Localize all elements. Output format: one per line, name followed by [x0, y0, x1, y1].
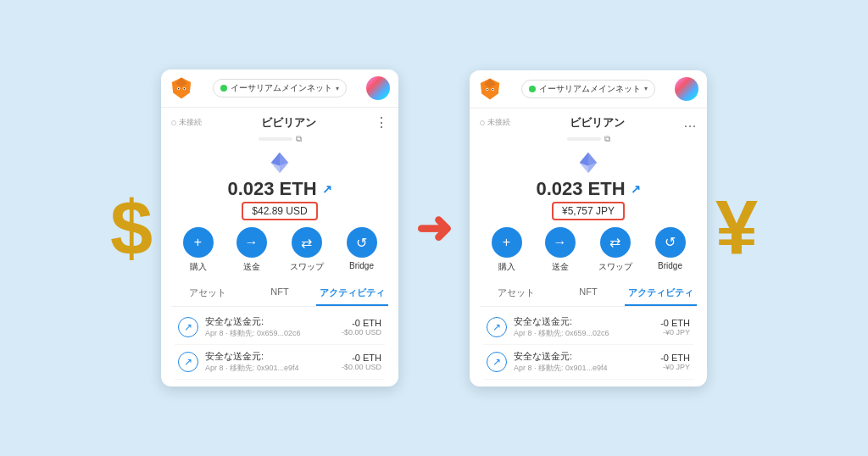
- tx-item: ↗ 安全な送金元: Apr 8 · 移動先: 0x901...e9f4 -0 E…: [175, 345, 385, 380]
- tab-assets[interactable]: アセット: [171, 281, 243, 306]
- tx-arrow-icon: ↗: [178, 352, 198, 372]
- tx-amounts: -0 ETH -$0.00 USD: [342, 353, 381, 371]
- tx-fiat-right-1: -¥0 JPY: [660, 363, 690, 371]
- buy-label: 購入: [190, 261, 207, 273]
- tx-info-right-1: 安全な送金元: Apr 8 · 移動先: 0x901...e9f4: [514, 350, 654, 374]
- buy-button-right[interactable]: + 購入: [492, 227, 522, 273]
- swap-icon: ⇄: [292, 227, 322, 258]
- tx-amounts: -0 ETH -$0.00 USD: [342, 318, 381, 336]
- arrow-container: ➜: [415, 203, 453, 253]
- address-text-right: [567, 137, 601, 141]
- account-left-right: 未接続: [480, 117, 510, 128]
- tx-item-right-1: ↗ 安全な送金元: Apr 8 · 移動先: 0x901...e9f4 -0 E…: [483, 345, 693, 380]
- tab-nft[interactable]: NFT: [243, 281, 315, 306]
- tab-activity[interactable]: アクティビティ: [316, 281, 388, 306]
- chart-icon[interactable]: ↗: [322, 182, 332, 196]
- tx-fiat: -$0.00 USD: [342, 363, 381, 371]
- tx-item-right-0: ↗ 安全な送金元: Apr 8 · 移動先: 0x659...02c6 -0 E…: [483, 310, 693, 345]
- account-name: ビビリアン: [261, 115, 316, 131]
- tab-nft-right[interactable]: NFT: [552, 281, 624, 306]
- bridge-label: Bridge: [349, 261, 374, 270]
- chart-icon-right[interactable]: ↗: [631, 182, 641, 196]
- tx-eth-right: -0 ETH: [660, 318, 690, 328]
- avatar-right: [675, 77, 698, 101]
- left-wallet-header: イーサリアムメインネット ▾: [161, 70, 398, 108]
- tx-arrow-icon-right: ↗: [487, 317, 507, 337]
- swap-label-right: スワップ: [598, 261, 632, 273]
- address-text: [259, 137, 292, 141]
- balance-fiat: $42.89 USD: [242, 202, 317, 220]
- tx-subtitle: Apr 8 · 移動先: 0x659...02c6: [205, 328, 335, 339]
- more-options-icon-right[interactable]: …: [683, 115, 697, 131]
- tx-info: 安全な送金元: Apr 8 · 移動先: 0x659...02c6: [205, 315, 335, 339]
- right-wallet-body: 未接続 ビビリアン … ⧉ 0.023 ETH: [470, 108, 707, 386]
- swap-button-right[interactable]: ⇄ スワップ: [598, 227, 632, 273]
- tx-fiat: -$0.00 USD: [342, 328, 381, 336]
- buy-button[interactable]: + 購入: [183, 227, 214, 273]
- tab-assets-right[interactable]: アセット: [480, 281, 552, 306]
- account-row-right: 未接続 ビビリアン …: [480, 115, 697, 131]
- network-badge-right[interactable]: イーサリアムメインネット ▾: [521, 80, 655, 98]
- main-scene: $ イーサリアムメインネット ▾: [0, 0, 868, 456]
- tx-title: 安全な送金元:: [205, 350, 335, 363]
- more-options-icon[interactable]: ⋮: [375, 114, 388, 131]
- tx-info-right: 安全な送金元: Apr 8 · 移動先: 0x659...02c6: [514, 315, 654, 339]
- balance-fiat-wrap: $42.89 USD: [171, 202, 388, 220]
- tab-activity-right[interactable]: アクティビティ: [625, 281, 697, 306]
- copy-icon[interactable]: ⧉: [296, 134, 302, 144]
- tx-subtitle-right: Apr 8 · 移動先: 0x659...02c6: [514, 328, 654, 339]
- tx-subtitle-right-1: Apr 8 · 移動先: 0x901...e9f4: [514, 363, 654, 374]
- network-badge[interactable]: イーサリアムメインネット ▾: [213, 79, 347, 97]
- tx-arrow-icon-right-1: ↗: [487, 352, 507, 372]
- swap-label: スワップ: [290, 261, 324, 273]
- svg-point-4: [178, 88, 180, 90]
- network-status-dot-right: [529, 86, 536, 92]
- right-wallet: イーサリアムメインネット ▾ 未接続 ビビリアン … ⧉: [470, 70, 707, 386]
- send-button-right[interactable]: → 送金: [545, 227, 576, 273]
- tx-amounts-right-1: -0 ETH -¥0 JPY: [660, 353, 690, 371]
- tx-title-right: 安全な送金元:: [514, 315, 654, 328]
- account-left: 未接続: [171, 117, 202, 128]
- network-chevron-icon-right: ▾: [644, 85, 648, 92]
- eth-icon-wrap-right: [480, 151, 697, 175]
- network-chevron-icon: ▾: [336, 85, 339, 92]
- right-wallet-header: イーサリアムメインネット ▾: [470, 70, 707, 108]
- tx-eth: -0 ETH: [342, 318, 381, 328]
- action-buttons-right: + 購入 → 送金 ⇄ スワップ ↺ Bridge: [480, 227, 697, 273]
- svg-point-14: [487, 88, 488, 90]
- bridge-icon-right: ↺: [655, 227, 686, 258]
- tabs-row: アセット NFT アクティビティ: [171, 281, 388, 307]
- bridge-button-right[interactable]: ↺ Bridge: [655, 227, 686, 273]
- buy-icon: +: [183, 227, 214, 258]
- tx-eth-right-1: -0 ETH: [660, 353, 690, 363]
- network-label-right: イーサリアムメインネット: [539, 83, 641, 95]
- tabs-row-right: アセット NFT アクティビティ: [480, 281, 697, 307]
- swap-button[interactable]: ⇄ スワップ: [290, 227, 324, 273]
- send-button[interactable]: → 送金: [236, 227, 267, 273]
- bridge-button[interactable]: ↺ Bridge: [347, 227, 377, 273]
- network-status-dot: [220, 85, 227, 92]
- dollar-symbol: $: [110, 190, 153, 266]
- left-wallet: イーサリアムメインネット ▾ 未接続 ビビリアン ⋮ ⧉: [161, 70, 398, 386]
- buy-label-right: 購入: [498, 261, 515, 273]
- tx-arrow-icon: ↗: [178, 317, 198, 337]
- copy-icon-right[interactable]: ⧉: [604, 134, 610, 144]
- right-arrow-icon: ➜: [415, 203, 453, 253]
- buy-icon-right: +: [492, 227, 522, 258]
- unconnected-status: 未接続: [171, 117, 202, 128]
- avatar: [366, 76, 390, 100]
- left-wallet-body: 未接続 ビビリアン ⋮ ⧉: [161, 108, 398, 386]
- svg-point-5: [184, 88, 186, 90]
- tx-amounts-right: -0 ETH -¥0 JPY: [660, 318, 690, 336]
- account-name-right: ビビリアン: [570, 115, 625, 131]
- send-icon: →: [236, 227, 267, 258]
- yen-symbol: ¥: [715, 190, 758, 266]
- tx-list-right: ↗ 安全な送金元: Apr 8 · 移動先: 0x659...02c6 -0 E…: [480, 310, 697, 380]
- eth-icon-wrap: [171, 151, 388, 175]
- unconnected-dot-right: [480, 120, 485, 125]
- unconnected-dot: [171, 120, 176, 125]
- unconnected-label: 未接続: [179, 117, 202, 128]
- network-label: イーサリアムメインネット: [231, 82, 332, 94]
- tx-subtitle: Apr 8 · 移動先: 0x901...e9f4: [205, 363, 335, 374]
- account-row: 未接続 ビビリアン ⋮: [171, 114, 388, 131]
